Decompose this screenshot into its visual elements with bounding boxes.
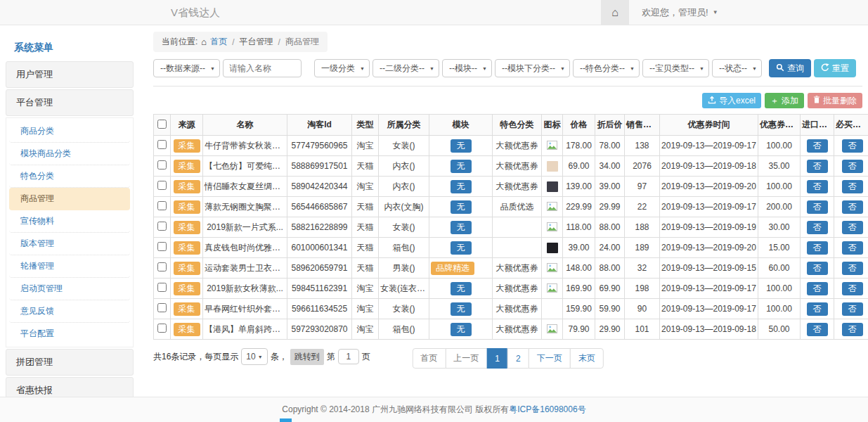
sidebar-item-feedback[interactable]: 意见反馈 (9, 300, 130, 323)
imported-badge[interactable]: 否 (807, 160, 828, 173)
must-buy-badge[interactable]: 否 (842, 160, 863, 173)
batch-delete-button[interactable]: 批量删除 (808, 93, 862, 108)
sidebar-item-splash-mgmt[interactable]: 启动页管理 (9, 278, 130, 300)
row-checkbox[interactable] (157, 222, 167, 231)
select-all-checkbox[interactable] (157, 120, 167, 129)
must-buy-badge[interactable]: 否 (842, 200, 863, 214)
must-buy-badge[interactable]: 否 (842, 323, 863, 336)
row-checkbox[interactable] (157, 181, 167, 190)
filter-select-module[interactable]: --模块--▼ (442, 59, 492, 77)
cell-feature: 大额优惠券 (493, 156, 542, 177)
caret-down-icon: ▼ (210, 66, 215, 71)
cell-module: 无 (429, 156, 493, 177)
cell-price: 229.99 (563, 197, 595, 217)
sidebar-item-goods-category[interactable]: 商品分类 (9, 120, 130, 143)
sidebar-item-feature-category[interactable]: 特色分类 (9, 165, 130, 188)
cell-name: 2019新款一片式系... (203, 217, 287, 238)
imported-badge[interactable]: 否 (807, 302, 828, 316)
must-buy-badge[interactable]: 否 (842, 282, 863, 295)
row-checkbox[interactable] (157, 283, 167, 292)
filter-select-level2-category[interactable]: --二级分类--▼ (373, 59, 439, 77)
sidebar-group-groupbuy-mgmt[interactable]: 拼团管理 (6, 349, 134, 376)
search-button[interactable]: 查询 (769, 59, 811, 77)
must-buy-badge[interactable]: 否 (842, 241, 863, 255)
filter-select-status[interactable]: --状态--▼ (712, 59, 762, 77)
per-page-select[interactable]: 10 ▼ (241, 348, 267, 365)
pagination-info: 共16条记录，每页显示 10 ▼ 条， 跳转到 第 页 (153, 348, 370, 365)
column-header-feature: 特色分类 (493, 115, 542, 136)
must-buy-badge[interactable]: 否 (842, 262, 863, 275)
imported-badge[interactable]: 否 (807, 262, 828, 275)
imported-badge[interactable]: 否 (807, 200, 828, 214)
imported-badge[interactable]: 否 (807, 139, 828, 153)
trash-icon (813, 96, 820, 106)
must-buy-badge[interactable]: 否 (842, 221, 863, 234)
filter-select-data-source[interactable]: --数据来源--▼ (153, 59, 220, 77)
row-checkbox[interactable] (157, 303, 167, 312)
imported-badge[interactable]: 否 (807, 282, 828, 295)
row-checkbox[interactable] (157, 140, 167, 149)
cell-feature (493, 217, 542, 238)
imported-badge[interactable]: 否 (807, 323, 828, 336)
icp-link[interactable]: 粤ICP备16098006号 (509, 404, 585, 414)
user-menu[interactable]: 欢迎您，管理员! ▼ (642, 0, 718, 25)
sidebar-item-version-mgmt[interactable]: 版本管理 (9, 233, 130, 255)
cell-name: 薄款无钢圈文胸聚拢性... (203, 197, 287, 217)
sidebar-item-goods-mgmt[interactable]: 商品管理 (9, 188, 130, 210)
sidebar-group-platform-mgmt[interactable]: 平台管理 (6, 89, 134, 116)
import-excel-button[interactable]: 导入excel (702, 93, 761, 108)
cell-category: 女装() (379, 136, 429, 156)
cell-discount_price: 88.00 (595, 258, 625, 279)
must-buy-badge[interactable]: 否 (842, 180, 863, 193)
cell-checkbox (154, 136, 171, 156)
sidebar-item-platform-config[interactable]: 平台配置 (9, 323, 130, 345)
pager-button[interactable]: 1 (486, 348, 508, 369)
filter-input-name[interactable] (223, 59, 302, 77)
pager-button[interactable]: 末页 (570, 348, 604, 369)
sidebar-item-promo-material[interactable]: 宣传物料 (9, 210, 130, 233)
breadcrumb-home-link[interactable]: 首页 (210, 36, 227, 48)
source-badge: 采集 (174, 200, 200, 214)
cell-module: 无 (429, 319, 493, 340)
row-checkbox[interactable] (157, 262, 167, 271)
imported-badge[interactable]: 否 (807, 241, 828, 255)
sidebar-group-express-news[interactable]: 省惠快报 (6, 377, 134, 397)
page-number-input[interactable] (338, 349, 359, 364)
cell-coupon_amount: 100.00 (758, 299, 801, 319)
reset-button[interactable]: 重置 (814, 59, 856, 77)
add-button[interactable]: ＋ 添加 (765, 93, 804, 108)
column-header-icon: 图标 (542, 115, 563, 136)
must-buy-badge[interactable]: 否 (842, 139, 863, 153)
row-checkbox[interactable] (157, 201, 167, 210)
filter-select-level1-category[interactable]: 一级分类▼ (314, 59, 370, 77)
row-checkbox[interactable] (157, 160, 167, 170)
filter-select-feature-category[interactable]: --特色分类--▼ (573, 59, 640, 77)
column-header-source: 来源 (171, 115, 203, 136)
search-icon (776, 63, 784, 74)
must-buy-badge[interactable]: 否 (842, 302, 863, 316)
cell-must_buy: 否 (834, 258, 868, 279)
pager-button[interactable]: 上一页 (445, 348, 487, 369)
row-checkbox[interactable] (157, 242, 167, 251)
cell-imported: 否 (801, 156, 834, 177)
cell-coupon_time: 2019-09-13—2019-09-17 (660, 197, 758, 217)
pager-button[interactable]: 2 (507, 348, 529, 369)
cell-icon (542, 197, 563, 217)
filter-select-item-type[interactable]: --宝贝类型--▼ (642, 59, 709, 77)
sidebar-item-carousel-mgmt[interactable]: 轮播管理 (9, 255, 130, 278)
cell-imported: 否 (801, 319, 834, 340)
cell-must_buy: 否 (834, 217, 868, 238)
cell-name: 真皮钱包时尚优雅女士... (203, 238, 287, 258)
sidebar-group-user-mgmt[interactable]: 用户管理 (6, 61, 134, 88)
imported-badge[interactable]: 否 (807, 221, 828, 234)
sidebar-title: 系统菜单 (6, 35, 134, 61)
row-checkbox[interactable] (157, 324, 167, 333)
pager-button[interactable]: 下一页 (529, 348, 571, 369)
pager-button[interactable]: 首页 (412, 348, 446, 369)
imported-badge[interactable]: 否 (807, 180, 828, 193)
filter-select-module-subcategory[interactable]: --模块下分类--▼ (495, 59, 570, 77)
jump-to-button[interactable]: 跳转到 (290, 349, 324, 365)
cell-coupon_amount: 60.00 (758, 258, 801, 279)
sidebar-item-module-goods-category[interactable]: 模块商品分类 (9, 143, 130, 165)
home-button[interactable]: ⌂ (601, 0, 629, 25)
